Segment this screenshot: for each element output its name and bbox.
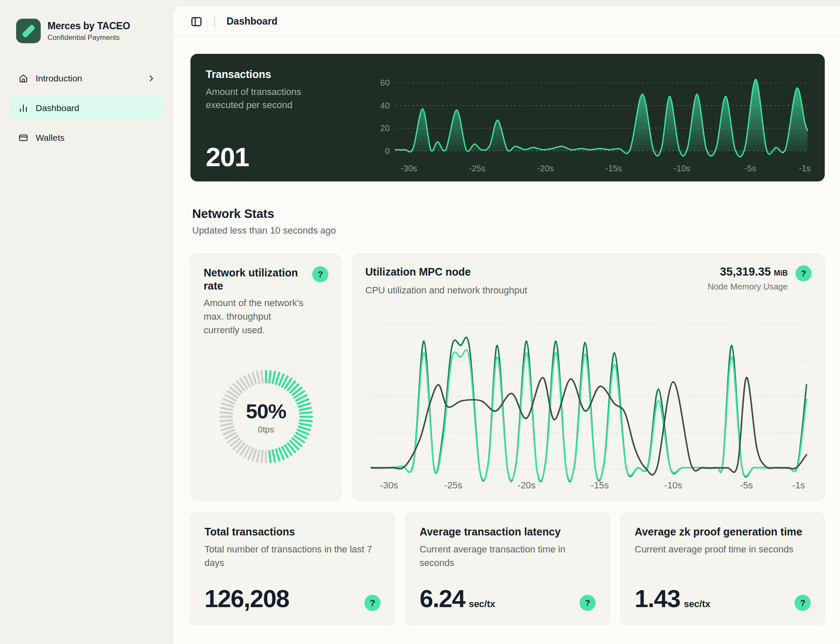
- avg-latency-value: 6.24: [420, 585, 465, 612]
- svg-text:-15s: -15s: [591, 480, 609, 491]
- svg-text:-25s: -25s: [444, 480, 462, 491]
- main-panel: Dashboard Transactions Amount of transac…: [173, 6, 840, 644]
- page-title: Dashboard: [227, 16, 277, 27]
- svg-text:-20s: -20s: [537, 164, 554, 173]
- bar-chart-icon: [18, 103, 28, 113]
- transactions-per-second-value: 201: [206, 144, 372, 173]
- svg-text:-10s: -10s: [674, 164, 690, 173]
- mpc-utilization-card: Utilization MPC node CPU utilization and…: [352, 254, 825, 501]
- svg-text:0: 0: [385, 146, 389, 156]
- total-transactions-description: Total number of transactions in the last…: [204, 543, 381, 570]
- node-memory-value: 35,319.35: [720, 265, 771, 278]
- brand-subtitle: Confidential Payments: [48, 33, 130, 42]
- avg-latency-unit: sec/tx: [469, 599, 495, 609]
- content: Transactions Amount of transactions exec…: [173, 37, 840, 625]
- svg-text:40: 40: [380, 101, 389, 110]
- help-icon[interactable]: ?: [795, 265, 812, 282]
- total-transactions-card: Total transactions Total number of trans…: [190, 512, 395, 625]
- network-utilization-gauge: [207, 357, 325, 476]
- svg-text:-10s: -10s: [664, 480, 682, 491]
- sidebar-nav: Introduction Dashboard: [11, 66, 163, 150]
- help-icon[interactable]: ?: [312, 266, 328, 282]
- sidebar: Merces by TACEO Confidential Payments In…: [0, 0, 173, 644]
- network-stats-title: Network Stats: [192, 207, 823, 221]
- brand-title: Merces by TACEO: [48, 20, 130, 32]
- total-transactions-title: Total transactions: [204, 525, 381, 538]
- home-icon: [18, 73, 28, 84]
- brand: Merces by TACEO Confidential Payments: [16, 19, 163, 43]
- avg-zk-proof-value: 1.43: [635, 585, 680, 612]
- avg-latency-title: Average transaction latency: [420, 525, 596, 538]
- svg-text:60: 60: [380, 78, 389, 87]
- panel-left-icon: [190, 15, 203, 28]
- svg-text:-1s: -1s: [792, 480, 805, 491]
- network-utilization-description: Amount of the network's max. throughput …: [204, 296, 305, 337]
- network-utilization-card: Network utilization rate ? Amount of the…: [190, 254, 342, 501]
- wallet-card-icon: [18, 133, 28, 143]
- transactions-card-title: Transactions: [206, 68, 372, 81]
- avg-latency-description: Current average transaction time in seco…: [420, 543, 586, 570]
- sidebar-item-label: Wallets: [36, 133, 64, 143]
- total-transactions-value: 126,208: [204, 586, 289, 611]
- sidebar-item-label: Introduction: [36, 73, 82, 84]
- mpc-utilization-chart: -30s-25s-20s-15s-10s-5s-1s: [365, 305, 812, 496]
- help-icon[interactable]: ?: [795, 595, 811, 611]
- sidebar-item-introduction[interactable]: Introduction: [11, 66, 163, 91]
- transactions-card: Transactions Amount of transactions exec…: [190, 54, 825, 181]
- sidebar-item-dashboard[interactable]: Dashboard: [11, 96, 163, 120]
- network-stats-updated: Updated less than 10 seconds ago: [192, 225, 823, 236]
- node-memory-unit: MiB: [774, 269, 788, 277]
- svg-text:-1s: -1s: [799, 164, 811, 173]
- svg-text:-20s: -20s: [518, 480, 536, 491]
- transactions-chart: 0204060-30s-25s-20s-15s-10s-5s-1s: [372, 66, 813, 173]
- help-icon[interactable]: ?: [580, 595, 596, 611]
- mpc-card-title: Utilization MPC node: [365, 265, 527, 279]
- svg-text:20: 20: [380, 123, 389, 133]
- svg-text:-30s: -30s: [380, 480, 398, 491]
- transactions-card-description: Amount of transactions executed per seco…: [206, 86, 322, 112]
- avg-latency-card: Average transaction latency Current aver…: [406, 512, 610, 625]
- svg-text:-25s: -25s: [469, 164, 485, 173]
- header-divider: [214, 16, 215, 27]
- avg-zk-proof-title: Average zk proof generation time: [635, 525, 811, 538]
- svg-text:-5s: -5s: [744, 164, 756, 173]
- svg-text:-30s: -30s: [400, 164, 417, 173]
- help-icon[interactable]: ?: [364, 595, 381, 611]
- avg-zk-proof-unit: sec/tx: [684, 599, 710, 609]
- avg-zk-proof-card: Average zk proof generation time Current…: [621, 512, 825, 625]
- svg-text:-15s: -15s: [605, 164, 622, 173]
- app-logo-icon: [16, 19, 41, 43]
- mpc-card-description: CPU utilization and network throughput: [365, 284, 527, 297]
- sidebar-toggle-button[interactable]: [190, 15, 203, 28]
- topbar: Dashboard: [173, 6, 840, 37]
- svg-text:-5s: -5s: [740, 480, 753, 491]
- sidebar-item-wallets[interactable]: Wallets: [11, 125, 163, 150]
- node-memory-label: Node Memory Usage: [708, 282, 788, 292]
- network-utilization-title: Network utilization rate: [204, 266, 303, 292]
- sidebar-item-label: Dashboard: [36, 103, 79, 113]
- avg-zk-proof-description: Current average proof time in seconds: [635, 543, 811, 556]
- chevron-right-icon: [146, 74, 156, 83]
